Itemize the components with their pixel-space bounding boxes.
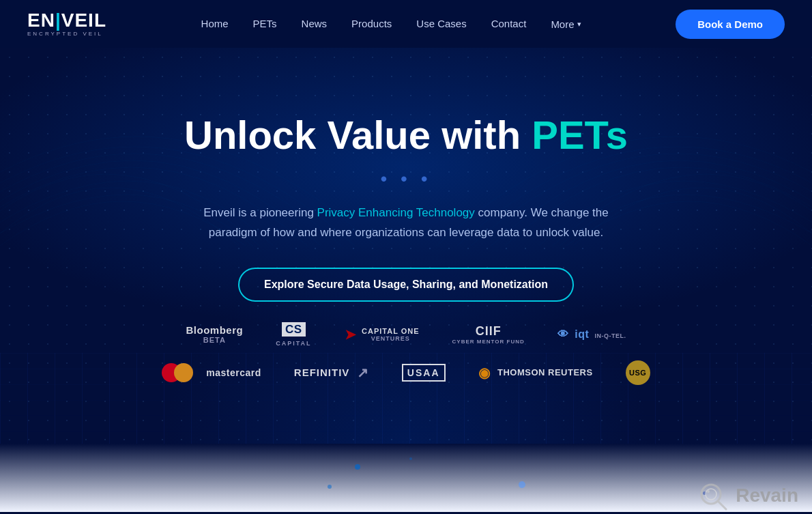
capital-one-arrow-icon: ➤ xyxy=(345,326,357,343)
refinitiv-check-icon: ↗ xyxy=(357,365,369,381)
hero-description: Enveil is a pioneering Privacy Enhancing… xyxy=(181,203,631,243)
logo-highlight: | xyxy=(55,10,61,31)
capital-one-ventures-label: VENTURES xyxy=(362,335,420,342)
thomson-reuters-logo: ◉ THOMSON REUTERS xyxy=(478,365,593,381)
nav-item-products[interactable]: Products xyxy=(351,18,392,30)
iqt-eye-icon: 👁 xyxy=(557,328,569,341)
revain-text: Revain xyxy=(736,485,798,506)
mastercard-text: mastercard xyxy=(206,367,261,378)
nav-link-more[interactable]: More xyxy=(551,18,574,30)
revain-icon xyxy=(696,479,729,512)
capital-one-label: CAPITAL ONE xyxy=(362,327,420,335)
svg-point-3 xyxy=(707,490,710,493)
capital-one-logo: ➤ CAPITAL ONE VENTURES xyxy=(345,326,420,343)
logos-row-2: mastercard REFINITIV ↗ USAA ◉ THOMSON RE… xyxy=(162,360,650,385)
iqt-text: iqt xyxy=(575,328,589,340)
refinitiv-text: REFINITIV xyxy=(294,367,350,378)
refinitiv-logo: REFINITIV ↗ xyxy=(294,365,369,381)
iqt-inqtel-text: IN-Q-TEL. xyxy=(594,332,626,339)
nav-link-contact[interactable]: Contact xyxy=(491,18,527,29)
dot-2 xyxy=(328,485,332,489)
ciif-sub-text: CYBER MENTOR FUND xyxy=(452,339,525,345)
hero-title: Unlock Value with PETs xyxy=(181,113,631,157)
nav-item-pets[interactable]: PETs xyxy=(253,18,277,30)
hero-desc-prefix: Enveil is a pioneering xyxy=(203,206,317,219)
thomson-reuters-text: THOMSON REUTERS xyxy=(497,367,593,377)
cs-capital-text: CAPITAL xyxy=(276,340,311,347)
logo-text: EN|VEIL xyxy=(27,11,106,30)
nav-item-home[interactable]: Home xyxy=(201,18,229,30)
bloomberg-beta-text: BETA xyxy=(186,336,244,344)
nav-item-more[interactable]: More ▾ xyxy=(551,18,581,30)
ciif-text: CIIF xyxy=(452,324,525,339)
dot-1 xyxy=(355,464,360,470)
logos-row-1: Bloomberg BETA CS CAPITAL ➤ CAPITAL ONE … xyxy=(186,322,626,347)
usg-capital-logo: USG xyxy=(626,360,650,385)
nav-link-pets[interactable]: PETs xyxy=(253,18,277,29)
cs-box: CS xyxy=(282,322,306,337)
thomson-reuters-icon: ◉ xyxy=(478,365,491,381)
nav-link-home[interactable]: Home xyxy=(201,18,229,29)
mastercard-logo: mastercard xyxy=(162,363,261,382)
capital-one-text: CAPITAL ONE VENTURES xyxy=(362,327,420,342)
iqt-logo: 👁 iqt IN-Q-TEL. xyxy=(557,328,626,341)
explore-cta-button[interactable]: Explore Secure Data Usage, Sharing, and … xyxy=(238,268,574,302)
chevron-down-icon: ▾ xyxy=(577,20,581,29)
dot-3 xyxy=(409,457,412,460)
hero-section: Unlock Value with PETs • • • Enveil is a… xyxy=(0,48,812,444)
usaa-badge: USAA xyxy=(402,364,446,382)
partner-logos: Bloomberg BETA CS CAPITAL ➤ CAPITAL ONE … xyxy=(134,302,677,392)
bloomberg-beta-logo: Bloomberg BETA xyxy=(186,324,244,344)
nav-link-products[interactable]: Products xyxy=(351,18,392,29)
logo[interactable]: EN|VEIL ENCRYPTED VEIL xyxy=(27,11,106,37)
cs-capital-logo: CS CAPITAL xyxy=(276,322,311,347)
revain-watermark: Revain xyxy=(696,479,798,512)
mastercard-circles xyxy=(162,363,193,382)
usaa-text: USAA xyxy=(407,367,440,378)
mastercard-right-circle xyxy=(174,363,193,382)
dot-4 xyxy=(519,481,525,488)
nav-link-use-cases[interactable]: Use Cases xyxy=(416,18,466,29)
nav-links: Home PETs News Products Use Cases Contac… xyxy=(201,18,581,30)
ciif-logo: CIIF CYBER MENTOR FUND xyxy=(452,324,525,345)
navbar: EN|VEIL ENCRYPTED VEIL Home PETs News Pr… xyxy=(0,0,812,48)
usg-badge: USG xyxy=(626,360,650,385)
book-demo-button[interactable]: Book a Demo xyxy=(676,10,785,39)
nav-item-contact[interactable]: Contact xyxy=(491,18,527,30)
bloomberg-text: Bloomberg xyxy=(186,324,244,336)
svg-point-2 xyxy=(706,489,716,500)
hero-content: Unlock Value with PETs • • • Enveil is a… xyxy=(181,113,631,302)
nav-link-news[interactable]: News xyxy=(302,18,328,29)
hero-title-prefix: Unlock Value with xyxy=(184,113,532,157)
bottom-section: Revain xyxy=(0,444,812,512)
hero-dots-decoration: • • • xyxy=(181,168,631,190)
usaa-logo: USAA xyxy=(402,364,446,382)
hero-title-highlight: PETs xyxy=(532,113,628,157)
logo-subtitle: ENCRYPTED VEIL xyxy=(27,31,106,37)
nav-item-news[interactable]: News xyxy=(302,18,328,30)
nav-item-use-cases[interactable]: Use Cases xyxy=(416,18,466,30)
hero-desc-link: Privacy Enhancing Technology xyxy=(317,206,475,219)
svg-line-1 xyxy=(718,501,726,509)
